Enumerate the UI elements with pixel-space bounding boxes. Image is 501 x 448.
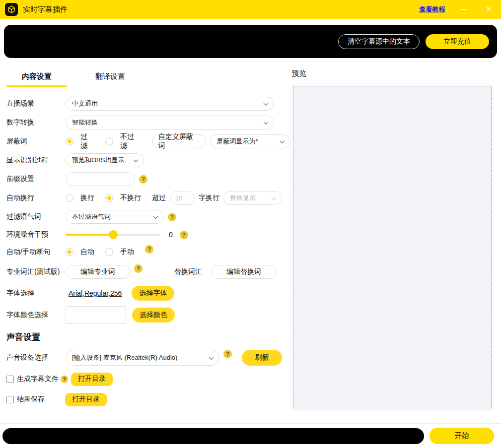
- recognition-process-value: 预览和OBS均显示: [72, 156, 124, 165]
- wrap-display-select[interactable]: 整体显示: [223, 191, 282, 205]
- minimize-button[interactable]: ─: [458, 4, 469, 14]
- clear-subtitle-text-button[interactable]: 清空字幕源中的文本: [338, 34, 420, 49]
- tab-content-settings[interactable]: 内容设置: [6, 68, 67, 87]
- noise-slider[interactable]: [66, 230, 161, 239]
- number-conversion-value: 智能转换: [72, 118, 98, 127]
- app-window: 实时字幕插件 查看教程 ─ ✕ 清空字幕源中的文本 立即充值 内容设置 翻译设置…: [0, 0, 501, 448]
- row-filler-filter: 过滤语气词 不过滤语气词 ?: [6, 207, 290, 226]
- refresh-button[interactable]: 刷新: [242, 350, 282, 366]
- radio-no-filter-label[interactable]: 不过滤: [120, 132, 141, 150]
- open-result-dir-button[interactable]: 打开目录: [65, 393, 107, 406]
- radio-no-filter[interactable]: [105, 137, 113, 145]
- sound-settings-title: 声音设置: [6, 331, 290, 343]
- radio-filter[interactable]: [66, 137, 73, 145]
- wrap-display-value: 整体显示: [230, 193, 256, 202]
- result-save-label[interactable]: 结果保存: [17, 395, 45, 404]
- noise-label: 环境噪音干预: [6, 230, 66, 239]
- chevron-down-icon: [264, 101, 269, 106]
- select-color-button[interactable]: 选择颜色: [132, 308, 175, 322]
- sentence-break-label: 自动/手动断句: [6, 248, 66, 256]
- number-conversion-select[interactable]: 智能转换: [66, 116, 274, 129]
- settings-tabs: 内容设置 翻译设置: [6, 68, 290, 87]
- row-number-conversion: 数字转换 智能转换: [6, 113, 290, 132]
- tutorial-link[interactable]: 查看教程: [419, 5, 445, 14]
- row-subtitle-file: 生成字幕文件 ? 打开目录: [6, 369, 290, 389]
- recognition-process-select[interactable]: 预览和OBS均显示: [66, 153, 144, 167]
- live-scene-select[interactable]: 中文通用: [66, 97, 274, 111]
- help-icon[interactable]: ?: [223, 350, 232, 358]
- help-icon[interactable]: ?: [145, 245, 153, 254]
- subtitle-file-label[interactable]: 生成字幕文件: [17, 375, 59, 384]
- row-sound-device: 声音设备选择 [输入设备] 麦克风 (Realtek(R) Audio) ? 刷…: [6, 347, 290, 369]
- chevron-down-icon: [209, 355, 214, 360]
- preview-box: [293, 86, 492, 409]
- cube-icon: [7, 5, 16, 14]
- blocked-words-label: 屏蔽词: [6, 137, 66, 146]
- help-icon[interactable]: ?: [139, 175, 147, 184]
- prefix-input[interactable]: [66, 172, 135, 186]
- radio-auto-break-label[interactable]: 自动: [80, 248, 94, 256]
- help-icon[interactable]: ?: [61, 376, 68, 383]
- sound-device-label: 声音设备选择: [6, 353, 66, 362]
- subtitle-output-bar: [2, 428, 424, 444]
- blocked-words-display-value: 屏蔽词显示为*: [216, 137, 258, 146]
- select-font-button[interactable]: 选择字体: [132, 286, 174, 301]
- chevron-down-icon: [153, 214, 158, 219]
- app-logo-icon: [5, 3, 18, 16]
- slider-thumb[interactable]: [109, 230, 118, 239]
- app-title: 实时字幕插件: [23, 5, 68, 14]
- help-icon[interactable]: ?: [134, 264, 143, 273]
- help-icon[interactable]: ?: [180, 231, 188, 239]
- auto-wrap-label: 自动换行: [6, 193, 66, 202]
- edit-replace-words-button[interactable]: 编辑替换词: [211, 265, 277, 279]
- row-professional-words: 专业词汇(测试版) 编辑专业词 ? 替换词汇 编辑替换词: [6, 261, 290, 283]
- radio-wrap[interactable]: [66, 194, 73, 202]
- filler-filter-value: 不过滤语气词: [72, 212, 111, 221]
- current-font-link[interactable]: Arial,Regular,256: [69, 289, 122, 297]
- radio-manual-break-label[interactable]: 手动: [120, 248, 134, 256]
- row-auto-wrap: 自动换行 换行 不换行 超过 字换行 整体显示: [6, 189, 290, 207]
- start-button[interactable]: 开始: [429, 428, 494, 444]
- replace-words-label: 替换词汇: [174, 267, 202, 276]
- footer-bar: 开始: [0, 423, 501, 448]
- radio-filter-label[interactable]: 过滤: [80, 132, 94, 150]
- filler-filter-select[interactable]: 不过滤语气词: [66, 210, 164, 224]
- chevron-down-icon: [264, 120, 269, 125]
- blocked-words-display-select[interactable]: 屏蔽词显示为*: [210, 134, 290, 148]
- professional-words-label: 专业词汇(测试版): [6, 267, 66, 276]
- radio-no-wrap-label[interactable]: 不换行: [120, 193, 141, 202]
- result-save-checkbox[interactable]: [6, 396, 14, 403]
- edit-professional-words-button[interactable]: 编辑专业词: [66, 265, 130, 279]
- recharge-button[interactable]: 立即充值: [426, 34, 489, 49]
- tab-translation-settings[interactable]: 翻译设置: [80, 68, 141, 87]
- preview-panel: 预览: [290, 68, 501, 412]
- row-prefix: 前缀设置 ?: [6, 170, 290, 189]
- live-scene-value: 中文通用: [72, 99, 98, 108]
- over-label: 超过: [152, 193, 166, 202]
- row-font-select: 字体选择 Arial,Regular,256 选择字体: [6, 283, 290, 304]
- wrap-count-input[interactable]: [170, 191, 195, 205]
- font-select-label: 字体选择: [6, 289, 66, 298]
- main-area: 内容设置 翻译设置 直播场景 中文通用 数字转换 智能转换: [0, 58, 501, 412]
- preview-title: 预览: [291, 69, 494, 78]
- close-button[interactable]: ✕: [483, 4, 495, 14]
- radio-no-wrap[interactable]: [105, 194, 113, 202]
- row-result-save: 结果保存 打开目录: [6, 389, 290, 409]
- help-icon[interactable]: ?: [168, 213, 176, 221]
- sound-device-select[interactable]: [输入设备] 麦克风 (Realtek(R) Audio): [66, 350, 219, 366]
- row-noise: 环境噪音干预 0 ?: [6, 226, 290, 243]
- custom-blocked-words-button[interactable]: 自定义屏蔽词: [152, 134, 207, 148]
- radio-manual-break[interactable]: [105, 248, 113, 256]
- radio-auto-break[interactable]: [66, 248, 73, 256]
- radio-wrap-label[interactable]: 换行: [80, 193, 94, 202]
- noise-value: 0: [169, 231, 173, 239]
- row-font-color: 字体颜色选择 选择颜色: [6, 304, 290, 326]
- sound-device-value: [输入设备] 麦克风 (Realtek(R) Audio): [72, 353, 177, 362]
- number-conversion-label: 数字转换: [6, 118, 66, 127]
- top-banner: 清空字幕源中的文本 立即充值: [4, 25, 497, 58]
- chevron-down-icon: [272, 195, 277, 200]
- subtitle-file-checkbox[interactable]: [6, 376, 14, 383]
- live-scene-label: 直播场景: [6, 99, 66, 108]
- font-color-input[interactable]: [66, 306, 126, 324]
- open-subtitle-dir-button[interactable]: 打开目录: [71, 373, 113, 386]
